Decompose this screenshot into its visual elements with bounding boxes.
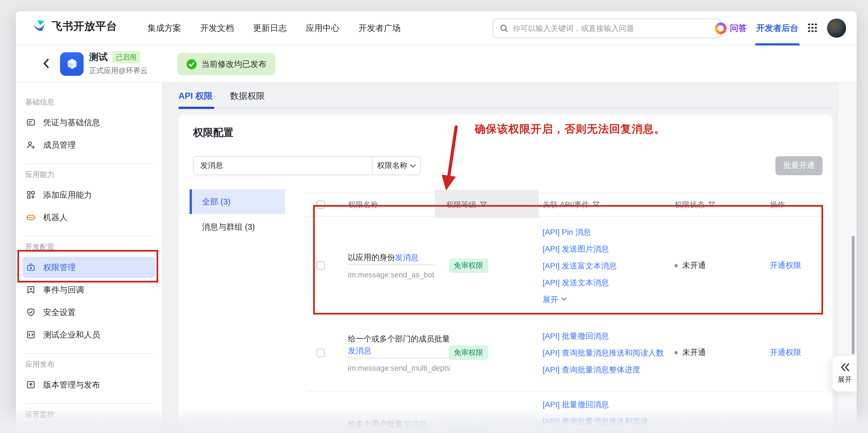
sidebar-divider	[25, 353, 153, 354]
filter-label: 消息与群组 (3)	[202, 222, 255, 232]
api-link[interactable]: [API] 查询批量消息推送和阅读	[542, 415, 676, 427]
nav-item-docs[interactable]: 开发文档	[200, 23, 234, 33]
sidebar-item-test-enterprise[interactable]: 测试企业和人员	[23, 324, 155, 345]
publish-up-icon	[26, 380, 36, 390]
credential-card-icon	[26, 117, 36, 127]
search-field-selector[interactable]: 权限名称	[372, 157, 420, 175]
filter-message-group[interactable]: 消息与群组 (3)	[190, 217, 285, 237]
avatar[interactable]	[827, 19, 846, 38]
expand-panel-button[interactable]: 展开	[833, 356, 857, 392]
api-link[interactable]: [API] 发送富文本消息	[542, 259, 676, 271]
enabled-badge: 已启用	[112, 51, 140, 63]
api-link[interactable]: [API] 发送图片消息	[542, 242, 676, 255]
sidebar: 基础信息 凭证与基础信息 成员管理	[16, 83, 163, 433]
nav-item-changelog[interactable]: 更新日志	[253, 23, 287, 33]
check-circle-icon	[186, 59, 197, 69]
browser-page: 飞书开放平台 集成方案 开发文档 更新日志 应用中心 开发者广场	[16, 11, 857, 433]
level-badge: 免审权限	[449, 427, 488, 433]
selector-value: 权限名称	[377, 161, 407, 171]
sidebar-item-label: 添加应用能力	[43, 190, 92, 200]
header-action: 操作	[770, 193, 785, 216]
active-tab-underline	[179, 107, 214, 109]
filter-all[interactable]: 全部 (3)	[190, 189, 285, 214]
sidebar-item-members[interactable]: 成员管理	[23, 134, 155, 155]
publish-status-pill: 当前修改均已发布	[177, 53, 276, 75]
sidebar-item-add-capability[interactable]: 添加应用能力	[23, 184, 155, 206]
api-link[interactable]: [API] Pin 消息	[542, 226, 676, 238]
sidebar-divider	[25, 164, 153, 164]
sidebar-section-release: 应用发布	[25, 359, 162, 370]
nav-item-devplaza[interactable]: 开发者广场	[359, 23, 401, 33]
logo-title: 飞书开放平台	[52, 19, 117, 34]
permission-name-link[interactable]: 发消息	[403, 420, 427, 429]
permission-name[interactable]: 给多个用户批量发消息	[348, 418, 427, 432]
filter-funnel-icon	[593, 201, 600, 208]
expand-apis-link[interactable]: 展开	[542, 293, 676, 305]
expand-label: 展开	[838, 375, 852, 384]
open-permission-link[interactable]: 开通权限	[770, 348, 801, 358]
sidebar-divider	[25, 403, 153, 404]
qa-label: 问答	[730, 23, 747, 33]
app-type-label: 正式应用@环界云	[89, 66, 148, 76]
code-brackets-icon	[26, 330, 36, 340]
header-permission-level[interactable]: 权限等级	[446, 193, 487, 216]
permission-name[interactable]: 以应用的身份发消息	[348, 252, 434, 265]
select-all-checkbox[interactable]	[316, 201, 325, 209]
search-input[interactable]	[513, 24, 714, 33]
sidebar-item-permissions[interactable]: 权限管理	[23, 257, 155, 278]
nav-item-integration[interactable]: 集成方案	[148, 23, 181, 33]
global-search-box[interactable]	[493, 19, 721, 38]
level-badge: 免审权限	[449, 258, 488, 273]
api-link[interactable]: [API] 查询批量消息整体进度	[542, 363, 676, 376]
robot-icon	[26, 212, 36, 222]
permission-tabs: API 权限 数据权限	[179, 83, 833, 108]
apps-grid-icon[interactable]	[808, 23, 817, 33]
permission-name[interactable]: 给一个或多个部门的成员批量发消息	[348, 333, 450, 358]
feishu-logo[interactable]: 飞书开放平台	[33, 19, 117, 34]
permission-search-group: 权限名称	[193, 156, 421, 175]
top-navbar: 飞书开放平台 集成方案 开发文档 更新日志 应用中心 开发者广场	[16, 11, 857, 46]
sidebar-item-bot[interactable]: 机器人	[23, 207, 155, 228]
permission-search-input[interactable]	[193, 157, 372, 175]
qa-link[interactable]: 问答	[715, 22, 747, 34]
sidebar-item-credentials[interactable]: 凭证与基础信息	[23, 112, 155, 133]
event-callback-icon	[26, 285, 36, 295]
row-checkbox[interactable]	[316, 348, 325, 357]
navbar-right: 问答 开发者后台	[715, 11, 846, 45]
permission-name-link[interactable]: 发消息	[348, 346, 371, 355]
nav-item-appcenter[interactable]: 应用中心	[306, 23, 339, 33]
body-area: 基础信息 凭证与基础信息 成员管理	[16, 83, 857, 433]
qa-ring-icon	[715, 22, 726, 34]
sidebar-item-security[interactable]: 安全设置	[23, 301, 155, 323]
api-link[interactable]: [API] 批量撤回消息	[542, 330, 676, 342]
api-link[interactable]: [API] 查询批量消息推送和阅读人数	[542, 347, 676, 359]
filter-funnel-icon	[708, 201, 715, 208]
bulk-open-button[interactable]: 批量开通	[775, 156, 823, 175]
header-permission-name: 权限名称	[348, 193, 378, 216]
api-link[interactable]: [API] 发送文本消息	[542, 276, 676, 288]
sidebar-item-label: 版本管理与发布	[43, 379, 100, 390]
header-related-api[interactable]: 关联 API/事件	[542, 193, 600, 216]
sidebar-item-label: 安全设置	[43, 307, 76, 318]
back-icon[interactable]	[40, 57, 53, 70]
vertical-scrollbar[interactable]	[852, 236, 855, 354]
search-icon	[500, 24, 508, 33]
app-header: 测试 已启用 正式应用@环界云 当前修改均已发布	[16, 46, 857, 83]
sidebar-section-monitor: 运营监控	[25, 409, 162, 420]
sidebar-item-label: 测试企业和人员	[43, 329, 100, 340]
shield-check-icon	[26, 307, 36, 317]
row-checkbox[interactable]	[316, 261, 325, 269]
api-link[interactable]: [API] 批量撤回消息	[542, 398, 676, 410]
permission-code: im:message:send_multi_depts	[348, 364, 450, 372]
sidebar-item-label: 成员管理	[43, 140, 76, 150]
sidebar-item-version-release[interactable]: 版本管理与发布	[23, 374, 155, 395]
tab-data-permission[interactable]: 数据权限	[230, 90, 265, 102]
sidebar-item-events[interactable]: 事件与回调	[23, 279, 155, 300]
tab-api-permission[interactable]: API 权限	[179, 90, 213, 102]
permission-name-link[interactable]: 发消息	[395, 253, 418, 262]
status-dot	[675, 351, 678, 354]
header-permission-status[interactable]: 权限状态	[675, 193, 715, 216]
open-permission-link[interactable]: 开通权限	[770, 260, 801, 270]
developer-console-link[interactable]: 开发者后台	[756, 11, 799, 45]
publish-status-text: 当前修改均已发布	[202, 59, 267, 69]
